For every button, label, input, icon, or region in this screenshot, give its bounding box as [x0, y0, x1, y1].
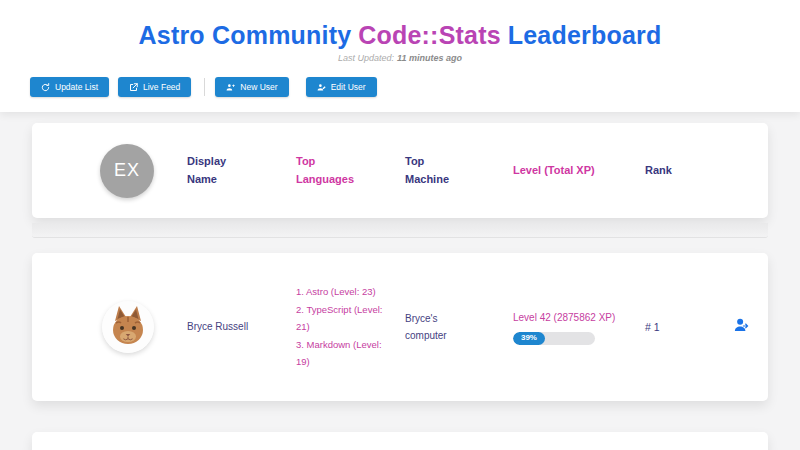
cell-top-languages: 1. Astro (Level: 23) 2. TypeScript (Leve…	[296, 283, 396, 371]
person-arrow-icon[interactable]	[733, 316, 751, 338]
user-avatar	[102, 301, 154, 353]
last-updated: Last Updated:11 minutes ago	[0, 53, 800, 63]
last-updated-value: 11 minutes ago	[397, 53, 462, 63]
person-plus-icon	[226, 83, 235, 92]
column-header-display-name: Display Name	[187, 153, 253, 188]
update-list-label: Update List	[55, 82, 98, 92]
title-part-community: Astro Community	[139, 21, 352, 49]
leaderboard-row: Bryce Russell 1. Astro (Level: 23) 2. Ty…	[32, 253, 768, 401]
level-label: Level 42 (2875862 XP)	[513, 310, 633, 326]
cell-display-name: Bryce Russell	[187, 318, 251, 336]
page-title: Astro CommunityCode::StatsLeaderboard	[0, 0, 800, 51]
language-item: 3. Markdown (Level: 19)	[296, 336, 396, 371]
cat-avatar-image	[102, 301, 154, 353]
edit-user-label: Edit User	[331, 82, 366, 92]
refresh-icon	[41, 83, 50, 92]
column-header-rank: Rank	[645, 162, 705, 180]
title-part-leaderboard: Leaderboard	[508, 21, 662, 49]
column-header-top-machine: Top Machine	[405, 153, 471, 188]
cell-top-machine: Bryce's computer	[405, 310, 473, 345]
toolbar-divider	[204, 78, 205, 96]
toolbar: Update List Live Feed New User Edit User	[30, 77, 386, 97]
leaderboard-header-card: EX Display Name Top Languages Top Machin…	[32, 123, 768, 218]
external-link-icon	[129, 83, 138, 92]
cell-level: Level 42 (2875862 XP) 39%	[513, 310, 633, 345]
live-feed-label: Live Feed	[143, 82, 180, 92]
new-user-label: New User	[240, 82, 277, 92]
person-edit-icon	[317, 83, 326, 92]
card-stack-divider	[32, 223, 768, 238]
page-header: Astro CommunityCode::StatsLeaderboard La…	[0, 0, 800, 112]
title-part-codestats: Code::Stats	[358, 21, 500, 49]
live-feed-button[interactable]: Live Feed	[118, 77, 191, 97]
example-avatar: EX	[100, 144, 154, 198]
language-item: 2. TypeScript (Level: 21)	[296, 301, 396, 336]
xp-progress-bar: 39%	[513, 332, 595, 345]
column-header-level: Level (Total XP)	[513, 162, 597, 180]
xp-progress-fill: 39%	[513, 332, 545, 345]
language-item: 1. Astro (Level: 23)	[296, 283, 396, 301]
cell-rank: # 1	[645, 321, 733, 333]
last-updated-label: Last Updated:	[338, 53, 394, 63]
next-row-card-partial	[32, 432, 768, 450]
new-user-button[interactable]: New User	[215, 77, 288, 97]
update-list-button[interactable]: Update List	[30, 77, 109, 97]
edit-user-button[interactable]: Edit User	[306, 77, 377, 97]
column-header-top-languages: Top Languages	[296, 153, 360, 188]
